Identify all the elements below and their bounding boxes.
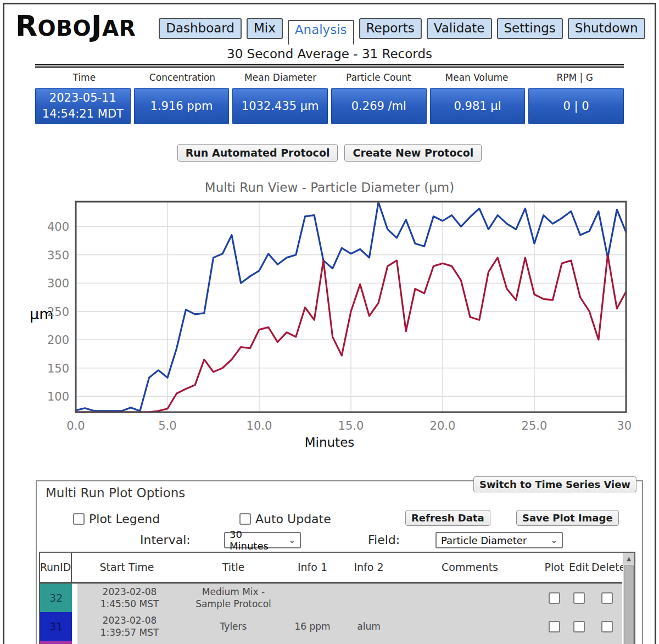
- avg-table-title: 30 Second Average - 31 Records: [35, 47, 624, 64]
- table-row: 322023-02-081:45:50 MSTMedium Mix -Sampl…: [40, 584, 622, 612]
- avg-cell-line: 0.269 /ml: [351, 98, 406, 114]
- avg-col-header: RPM | G: [526, 72, 624, 83]
- run-id-badge: 31: [40, 612, 72, 641]
- avg-cell-concentration: 1.916 ppm: [134, 88, 230, 124]
- runs-table-scrollbar[interactable]: ▲: [623, 553, 634, 644]
- run-delete-cell: [591, 592, 622, 604]
- run-id-badge: [40, 641, 72, 644]
- tab-analysis[interactable]: Analysis: [288, 20, 354, 45]
- avg-col-header: Mean Diameter: [231, 72, 330, 83]
- y-tick-label: 350: [47, 249, 69, 262]
- tab-dashboard[interactable]: Dashboard: [159, 18, 242, 39]
- run-edit-cell: [567, 592, 591, 604]
- app-header: RoboJar DashboardMixAnalysisReportsValid…: [4, 4, 655, 39]
- y-tick-label: 100: [47, 390, 69, 403]
- divider: [72, 584, 77, 612]
- run-plot-checkbox[interactable]: [549, 621, 560, 632]
- interval-label: Interval:: [140, 533, 191, 547]
- y-tick-label: 200: [47, 334, 69, 347]
- avg-cell-particle-count: 0.269 /ml: [331, 88, 427, 124]
- x-tick-label: 0.0: [66, 419, 85, 432]
- run-delete-checkbox[interactable]: [601, 621, 613, 632]
- scrollbar-thumb[interactable]: [624, 565, 634, 644]
- runs-col-header: Info 2: [340, 562, 398, 574]
- plot-legend-checkbox[interactable]: [73, 513, 85, 525]
- divider: [72, 641, 77, 644]
- run-edit-checkbox[interactable]: [573, 621, 585, 632]
- scroll-up-icon[interactable]: ▲: [623, 553, 634, 564]
- table-row: 312023-02-081:39:57 MSTTylers16 ppmalum: [40, 612, 622, 641]
- divider: [72, 612, 77, 641]
- y-tick-label: 250: [47, 306, 69, 319]
- runs-col-header: Edit: [567, 562, 591, 574]
- avg-table-data-row: 2023-05-1114:54:21 MDT1.916 ppm1032.435 …: [35, 88, 624, 124]
- field-select[interactable]: Particle Diameter ⌄: [435, 532, 563, 548]
- run-edit-checkbox[interactable]: [573, 592, 585, 604]
- runs-col-header: Start Time: [72, 562, 182, 574]
- avg-table-header-row: TimeConcentrationMean DiameterParticle C…: [35, 68, 624, 88]
- y-tick-label: 150: [47, 362, 69, 375]
- save-plot-image-button[interactable]: Save Plot Image: [516, 510, 619, 526]
- interval-select[interactable]: 30 Minutes ⌄: [224, 532, 301, 548]
- field-label: Field:: [368, 533, 400, 547]
- switch-to-time-series-button[interactable]: Switch to Time Series View: [473, 476, 636, 492]
- tab-settings[interactable]: Settings: [497, 18, 563, 39]
- run-info1: 16 ppm: [285, 620, 340, 632]
- run-delete-checkbox[interactable]: [601, 592, 613, 604]
- create-new-protocol-button[interactable]: Create New Protocol: [344, 144, 482, 162]
- run-edit-cell: [567, 621, 591, 632]
- runs-table-header: RunIDStart TimeTitleInfo 1Info 2Comments…: [40, 553, 622, 584]
- run-plot-checkbox[interactable]: [549, 592, 560, 604]
- x-tick-label: 15.0: [338, 419, 364, 432]
- multi-run-chart-section: Multi Run View - Particle Diameter (μm) …: [4, 180, 655, 449]
- avg-col-header: Mean Volume: [428, 72, 526, 83]
- avg-cell-time: 2023-05-1114:54:21 MDT: [35, 88, 131, 124]
- tab-shutdown[interactable]: Shutdown: [568, 18, 645, 39]
- run-plot-cell: [542, 621, 567, 632]
- run-start-time: 2023-02-081:45:50 MST: [77, 586, 182, 610]
- multi-run-plot-options-panel: Multi Run Plot Options Switch to Time Se…: [36, 480, 643, 644]
- robojar-logo: RoboJar: [15, 13, 136, 39]
- run-row-body: 2023-02-081:45:50 MSTMedium Mix -Sample …: [77, 584, 622, 612]
- avg-cell-line: 1.916 ppm: [150, 98, 213, 114]
- tab-validate[interactable]: Validate: [427, 18, 492, 39]
- x-tick-label: 30.: [617, 419, 633, 432]
- run-info2: alum: [340, 620, 398, 632]
- runs-col-header: Plot: [542, 562, 567, 574]
- runs-col-header: Comments: [398, 562, 542, 574]
- avg-col-header: Time: [35, 72, 133, 83]
- avg-cell-line: 14:54:21 MDT: [42, 106, 124, 121]
- run-automated-protocol-button[interactable]: Run Automated Protocol: [177, 144, 338, 162]
- tab-reports[interactable]: Reports: [359, 18, 422, 39]
- run-row-body: 2023-01-12Raw water no Cl2 or NaoH: [77, 641, 622, 644]
- panel-title: Multi Run Plot Options: [46, 486, 185, 500]
- runs-col-header: RunID: [40, 553, 72, 582]
- plot-legend-option[interactable]: Plot Legend: [73, 512, 160, 526]
- tab-mix[interactable]: Mix: [247, 18, 283, 39]
- avg-col-header: Concentration: [133, 72, 232, 83]
- logo-text: R: [15, 9, 38, 42]
- auto-update-checkbox[interactable]: [239, 513, 251, 525]
- plot-legend-label: Plot Legend: [89, 512, 160, 526]
- field-selected-value: Particle Diameter: [441, 535, 527, 546]
- thirty-second-average-section: 30 Second Average - 31 Records TimeConce…: [35, 47, 624, 124]
- multi-run-chart: μm 1001502002503003504000.05.010.015.020…: [4, 198, 655, 435]
- avg-cell-line: 0.981 μl: [454, 98, 501, 114]
- avg-cell-line: 1032.435 μm: [242, 98, 319, 114]
- x-tick-label: 25.0: [522, 419, 548, 432]
- run-title: Medium Mix -Sample Protocol: [182, 586, 285, 610]
- run-start-time: 2023-02-081:39:57 MST: [77, 614, 182, 639]
- avg-col-header: Particle Count: [330, 72, 428, 83]
- runs-col-header: Title: [182, 562, 285, 574]
- chevron-down-icon: ⌄: [550, 535, 557, 545]
- table-row: 2023-01-12Raw water no Cl2 or NaoH: [40, 641, 622, 644]
- auto-update-label: Auto Update: [255, 512, 331, 526]
- auto-update-option[interactable]: Auto Update: [239, 512, 331, 526]
- x-tick-label: 5.0: [158, 419, 176, 432]
- refresh-data-button[interactable]: Refresh Data: [405, 510, 490, 526]
- run-id-badge: 32: [40, 584, 72, 612]
- run-title: Tylers: [182, 620, 285, 632]
- chart-plot-svg: 1001502002503003504000.05.010.015.020.02…: [23, 198, 633, 433]
- y-tick-label: 300: [47, 277, 69, 290]
- chevron-down-icon: ⌄: [288, 535, 295, 545]
